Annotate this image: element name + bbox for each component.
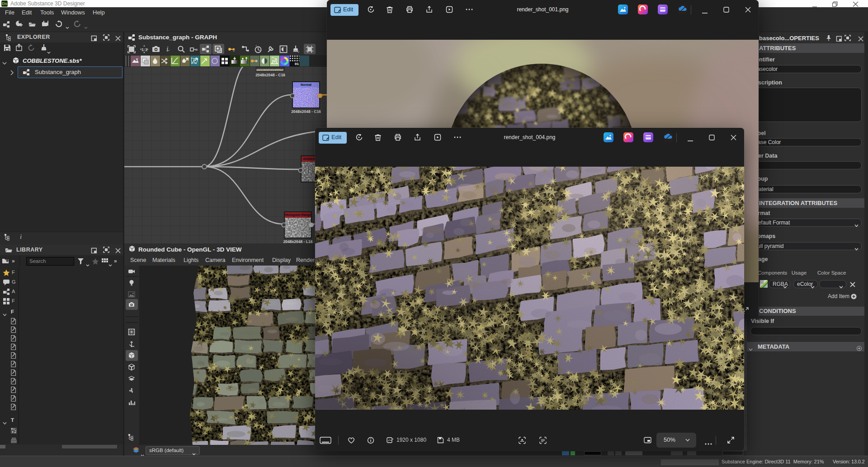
svg-text:1:1: 1:1 <box>142 47 147 52</box>
svg-text:i: i <box>166 45 168 53</box>
svg-text:i: i <box>20 233 22 240</box>
